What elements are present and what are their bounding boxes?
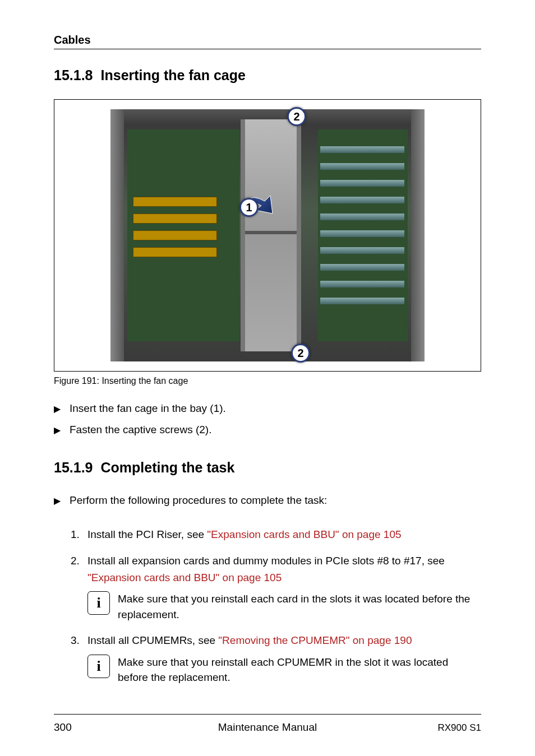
slot-label	[133, 230, 217, 240]
info-text: Make sure that you reinstall each card i…	[118, 591, 481, 622]
section2-ordered: 1. Install the PCI Riser, see "Expansion…	[71, 526, 481, 685]
fan-gap	[245, 231, 297, 234]
cross-reference-link[interactable]: "Expansion cards and BBU" on page 105	[207, 528, 401, 540]
step-text: Install all CPUMEMRs, see	[87, 634, 218, 646]
fan-bay	[241, 119, 301, 351]
info-note: i Make sure that you reinstall each card…	[87, 591, 481, 622]
step-number: 2.	[71, 553, 80, 569]
triangle-icon: ▶	[54, 493, 61, 508]
footer-rule	[54, 714, 481, 715]
chassis-right	[411, 109, 425, 361]
footer-title: Maintenance Manual	[54, 721, 481, 734]
board-right	[318, 129, 408, 341]
info-text: Make sure that you reinstall each CPUMEM…	[118, 655, 481, 685]
figure-frame: 1 2 2	[54, 99, 481, 372]
section-number-1: 15.1.8	[54, 67, 93, 83]
mem-slot	[320, 163, 404, 170]
cross-reference-link[interactable]: "Expansion cards and BBU" on page 105	[87, 572, 282, 583]
step-text: Install all expansion cards and dummy mo…	[87, 555, 445, 567]
section-number-2: 15.1.9	[54, 460, 93, 475]
list-item: ▶Perform the following procedures to com…	[54, 491, 481, 509]
info-glyph: i	[96, 592, 100, 614]
callout-2-bottom: 2	[291, 344, 310, 363]
step-number: 1.	[71, 526, 80, 542]
slot-label	[133, 247, 217, 257]
section2-lead-list: ▶Perform the following procedures to com…	[54, 491, 481, 509]
step-text: Insert the fan cage in the bay (1).	[70, 402, 226, 414]
figure-caption: Figure 191: Inserting the fan cage	[54, 376, 481, 386]
step-number: 3.	[71, 632, 80, 648]
board-left	[127, 129, 239, 341]
mem-slot	[320, 214, 404, 220]
chassis-left	[110, 109, 124, 361]
mem-slot	[320, 230, 404, 237]
section-title-2: Completing the task	[101, 460, 235, 475]
page-number: 300	[54, 721, 72, 734]
mem-slot	[320, 281, 404, 287]
list-item: ▶Insert the fan cage in the bay (1).	[54, 400, 481, 418]
callout-1: 1	[239, 198, 259, 217]
triangle-icon: ▶	[54, 401, 61, 416]
figure-caption-text: Inserting the fan cage	[102, 376, 188, 386]
mem-slot	[320, 146, 404, 153]
slot-label	[133, 197, 217, 207]
header-section-label: Cables	[54, 34, 481, 47]
footer-model: RX900 S1	[438, 722, 482, 734]
running-header: Cables	[54, 34, 481, 49]
page-footer: 300 Maintenance Manual RX900 S1	[54, 721, 481, 734]
callout-2-top: 2	[287, 107, 306, 126]
triangle-icon: ▶	[54, 423, 61, 438]
mem-slot	[320, 264, 404, 271]
list-item: 2. Install all expansion cards and dummy…	[71, 553, 481, 622]
mem-slot	[320, 180, 404, 187]
step-text: Install the PCI Riser, see	[87, 528, 207, 540]
list-item: ▶Fasten the captive screws (2).	[54, 421, 481, 439]
mem-slot	[320, 197, 404, 203]
mem-slot	[320, 247, 404, 254]
section-heading-1: 15.1.8Inserting the fan cage	[54, 67, 481, 84]
figure-caption-prefix: Figure 191:	[54, 376, 102, 386]
step-text: Fasten the captive screws (2).	[70, 424, 211, 435]
section-heading-2: 15.1.9Completing the task	[54, 460, 481, 476]
cross-reference-link[interactable]: "Removing the CPUMEMR" on page 190	[218, 634, 412, 646]
slot-label	[133, 214, 217, 224]
list-item: 1. Install the PCI Riser, see "Expansion…	[71, 526, 481, 542]
section-title-1: Inserting the fan cage	[101, 67, 246, 83]
info-glyph: i	[96, 655, 100, 678]
lead-text: Perform the following procedures to comp…	[70, 494, 327, 506]
list-item: 3. Install all CPUMEMRs, see "Removing t…	[71, 632, 481, 685]
mem-slot	[320, 298, 404, 304]
figure-image: 1 2 2	[110, 109, 425, 361]
section1-steps: ▶Insert the fan cage in the bay (1). ▶Fa…	[54, 400, 481, 439]
info-icon: i	[87, 655, 110, 678]
info-note: i Make sure that you reinstall each CPUM…	[87, 655, 481, 685]
info-icon: i	[87, 591, 110, 615]
